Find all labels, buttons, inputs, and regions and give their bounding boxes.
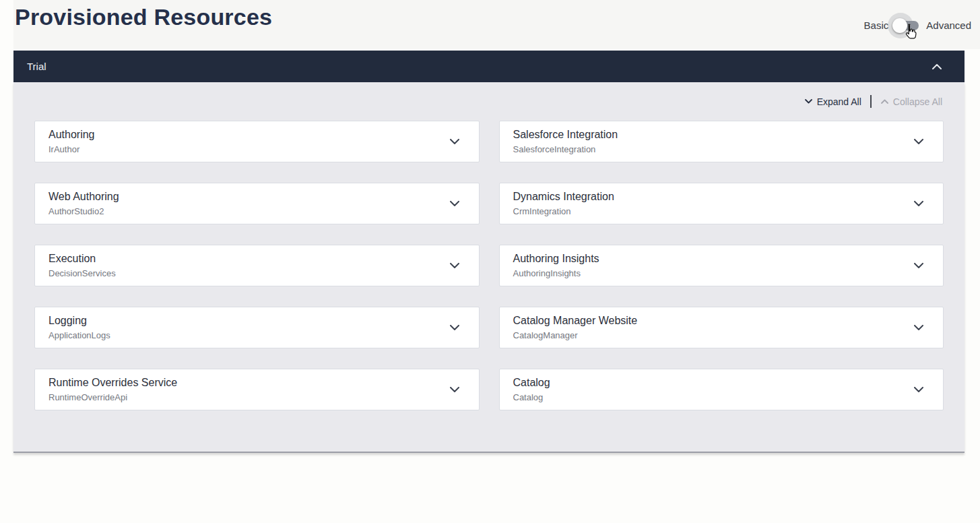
resource-subtitle: IrAuthor <box>48 144 95 154</box>
resource-title: Dynamics Integration <box>513 191 614 203</box>
basic-label[interactable]: Basic <box>864 12 889 39</box>
chevron-down-icon <box>914 263 923 268</box>
resource-title: Execution <box>48 253 116 265</box>
collapse-all-button[interactable]: Collapse All <box>881 96 942 107</box>
chevron-down-icon <box>914 387 923 392</box>
resource-card[interactable]: Salesforce Integration SalesforceIntegra… <box>499 121 944 162</box>
resource-card[interactable]: Dynamics Integration CrmIntegration <box>499 183 944 224</box>
resource-expand-button[interactable] <box>450 139 459 144</box>
resource-card-text: Catalog Catalog <box>513 377 550 402</box>
group-collapse-button[interactable] <box>927 57 946 76</box>
chevron-up-icon <box>881 99 888 104</box>
resource-expand-button[interactable] <box>914 201 923 206</box>
resource-title: Web Authoring <box>48 191 119 203</box>
resource-title: Authoring Insights <box>513 253 599 265</box>
resource-card[interactable]: Execution DecisionServices <box>34 245 480 286</box>
resource-expand-button[interactable] <box>450 201 459 206</box>
resource-card[interactable]: Web Authoring AuthorStudio2 <box>34 183 480 224</box>
expand-all-label: Expand All <box>817 96 861 107</box>
resource-subtitle: SalesforceIntegration <box>513 144 618 154</box>
resource-subtitle: ApplicationLogs <box>48 330 110 340</box>
resource-card-text: Web Authoring AuthorStudio2 <box>48 191 119 216</box>
chevron-down-icon <box>914 201 923 206</box>
page-title: Provisioned Resources <box>15 4 272 30</box>
chevron-down-icon <box>805 99 812 104</box>
resource-expand-button[interactable] <box>914 263 923 268</box>
resource-card[interactable]: Catalog Manager Website CatalogManager <box>499 307 944 348</box>
resource-card[interactable]: Logging ApplicationLogs <box>34 307 480 348</box>
group-bar-trial[interactable]: Trial <box>13 51 965 82</box>
chevron-down-icon <box>450 263 459 268</box>
resource-card-text: Runtime Overrides Service RuntimeOverrid… <box>48 377 177 402</box>
resource-title: Salesforce Integration <box>513 129 618 141</box>
trial-panel: Expand All Collapse All Authoring IrAuth… <box>13 82 965 453</box>
expand-collapse-controls: Expand All Collapse All <box>805 95 942 108</box>
resource-subtitle: AuthoringInsights <box>513 268 599 278</box>
chevron-down-icon <box>450 325 459 330</box>
resource-expand-button[interactable] <box>914 139 923 144</box>
resource-title: Catalog Manager Website <box>513 315 638 327</box>
controls-divider <box>870 95 872 108</box>
resource-card-text: Catalog Manager Website CatalogManager <box>513 315 638 340</box>
resource-card-text: Salesforce Integration SalesforceIntegra… <box>513 129 618 154</box>
chevron-down-icon <box>450 387 459 392</box>
chevron-down-icon <box>450 139 459 144</box>
resources-grid: Authoring IrAuthor Salesforce Integratio… <box>34 121 944 410</box>
resource-card-text: Dynamics Integration CrmIntegration <box>513 191 614 216</box>
resource-title: Authoring <box>48 129 95 141</box>
resource-subtitle: AuthorStudio2 <box>48 206 119 216</box>
resource-title: Runtime Overrides Service <box>48 377 177 389</box>
resource-card-text: Authoring IrAuthor <box>48 129 95 154</box>
resource-subtitle: RuntimeOverrideApi <box>48 392 177 402</box>
resource-subtitle: DecisionServices <box>48 268 116 278</box>
chevron-up-icon <box>932 64 942 69</box>
collapse-all-label: Collapse All <box>893 96 942 107</box>
resource-card[interactable]: Catalog Catalog <box>499 369 944 410</box>
resource-card[interactable]: Runtime Overrides Service RuntimeOverrid… <box>34 369 480 410</box>
resource-expand-button[interactable] <box>450 387 459 392</box>
chevron-down-icon <box>914 325 923 330</box>
resource-expand-button[interactable] <box>914 387 923 392</box>
resource-card[interactable]: Authoring Insights AuthoringInsights <box>499 245 944 286</box>
resource-subtitle: Catalog <box>513 392 550 402</box>
advanced-label[interactable]: Advanced <box>926 12 971 39</box>
resource-card-text: Execution DecisionServices <box>48 253 116 278</box>
chevron-down-icon <box>450 201 459 206</box>
expand-all-button[interactable]: Expand All <box>805 96 861 107</box>
resource-title: Logging <box>48 315 110 327</box>
resource-title: Catalog <box>513 377 550 389</box>
chevron-down-icon <box>914 139 923 144</box>
resource-subtitle: CrmIntegration <box>513 206 614 216</box>
group-name: Trial <box>27 61 46 72</box>
mode-toggle-group: Basic Advanced <box>864 12 971 39</box>
resource-card-text: Logging ApplicationLogs <box>48 315 110 340</box>
resource-subtitle: CatalogManager <box>513 330 638 340</box>
resource-card[interactable]: Authoring IrAuthor <box>34 121 480 162</box>
resource-expand-button[interactable] <box>450 263 459 268</box>
resource-card-text: Authoring Insights AuthoringInsights <box>513 253 599 278</box>
resource-expand-button[interactable] <box>450 325 459 330</box>
resource-expand-button[interactable] <box>914 325 923 330</box>
hand-cursor-icon <box>903 24 917 40</box>
